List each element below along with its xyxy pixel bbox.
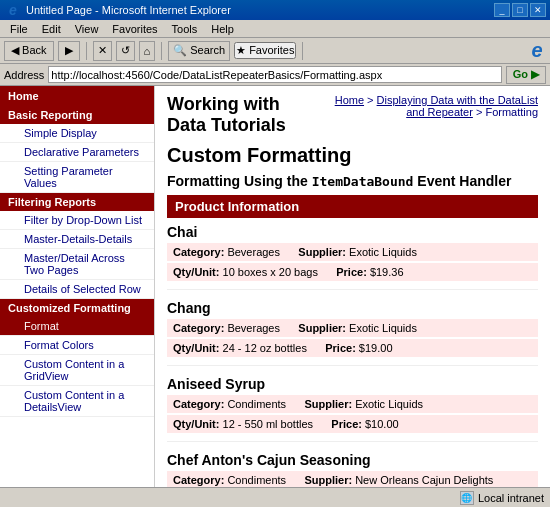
- search-button[interactable]: 🔍 Search: [168, 41, 230, 61]
- menu-help[interactable]: Help: [205, 22, 240, 36]
- product-item-chef-anton: Chef Anton's Cajun Seasoning Category: C…: [167, 452, 538, 487]
- content-area: Working with Data Tutorials Home > Displ…: [155, 86, 550, 487]
- product-header: Product Information: [167, 195, 538, 218]
- window-title: Untitled Page - Microsoft Internet Explo…: [26, 4, 231, 16]
- url-bar[interactable]: http://localhost:4560/Code/DataListRepea…: [48, 66, 501, 83]
- site-title: Working with Data Tutorials: [167, 94, 320, 136]
- product-name-aniseed-syrup: Aniseed Syrup: [167, 376, 538, 392]
- product-name-chai: Chai: [167, 224, 538, 240]
- home-button[interactable]: ⌂: [139, 41, 156, 61]
- sidebar-item-master-detail-pages[interactable]: Master/Detail Across Two Pages: [0, 249, 154, 280]
- supplier-label: Supplier:: [298, 246, 346, 258]
- menu-bar: File Edit View Favorites Tools Help: [0, 20, 550, 38]
- product-info-row-chef-anton-1: Category: Condiments Supplier: New Orlea…: [167, 471, 538, 487]
- forward-button[interactable]: ▶: [58, 41, 80, 61]
- page-title: Custom Formatting: [167, 144, 538, 167]
- product-item-aniseed-syrup: Aniseed Syrup Category: Condiments Suppl…: [167, 376, 538, 442]
- status-bar: 🌐 Local intranet: [0, 487, 550, 507]
- site-header: Working with Data Tutorials Home > Displ…: [167, 94, 538, 136]
- product-info-row-chai-1: Category: Beverages Supplier: Exotic Liq…: [167, 243, 538, 261]
- ie-icon: e: [4, 1, 22, 19]
- go-button[interactable]: Go ▶: [506, 66, 546, 84]
- category-label: Category:: [173, 246, 224, 258]
- qty-label: Qty/Unit:: [173, 266, 219, 278]
- menu-tools[interactable]: Tools: [166, 22, 204, 36]
- toolbar-separator-2: [161, 42, 162, 60]
- sidebar-header-filtering-reports: Filtering Reports: [0, 193, 154, 211]
- maximize-button[interactable]: □: [512, 3, 528, 17]
- sidebar-item-filter-dropdown[interactable]: Filter by Drop-Down List: [0, 211, 154, 230]
- close-button[interactable]: ✕: [530, 3, 546, 17]
- breadcrumb-home[interactable]: Home: [335, 94, 364, 106]
- breadcrumb-current: Formatting: [485, 106, 538, 118]
- menu-file[interactable]: File: [4, 22, 34, 36]
- menu-view[interactable]: View: [69, 22, 105, 36]
- url-text[interactable]: http://localhost:4560/Code/DataListRepea…: [51, 69, 382, 81]
- section-subtitle: Formatting Using the ItemDataBound Event…: [167, 173, 538, 189]
- sidebar-item-custom-content-detailsview[interactable]: Custom Content in a DetailsView: [0, 386, 154, 417]
- stop-button[interactable]: ✕: [93, 41, 112, 61]
- sidebar: Home Basic Reporting Simple Display Decl…: [0, 86, 155, 487]
- breadcrumb: Home > Displaying Data with the DataList…: [320, 94, 538, 118]
- sidebar-item-format-colors[interactable]: Format Colors: [0, 336, 154, 355]
- sidebar-header-customized-formatting: Customized Formatting: [0, 299, 154, 317]
- refresh-button[interactable]: ↺: [116, 41, 135, 61]
- price-label: Price:: [336, 266, 367, 278]
- sidebar-item-setting-parameter-values[interactable]: Setting Parameter Values: [0, 162, 154, 193]
- sidebar-item-master-details[interactable]: Master-Details-Details: [0, 230, 154, 249]
- product-info-row-aniseed-1: Category: Condiments Supplier: Exotic Li…: [167, 395, 538, 413]
- menu-edit[interactable]: Edit: [36, 22, 67, 36]
- product-item-chang: Chang Category: Beverages Supplier: Exot…: [167, 300, 538, 366]
- ie-logo-icon: e: [528, 42, 546, 60]
- toolbar-separator-3: [302, 42, 303, 60]
- toolbar: ◀ Back ▶ ✕ ↺ ⌂ 🔍 Search ★ Favorites e: [0, 38, 550, 64]
- product-info-row-chai-2: Qty/Unit: 10 boxes x 20 bags Price: $19.…: [167, 263, 538, 281]
- status-zone: 🌐 Local intranet: [460, 491, 544, 505]
- main-area: Home Basic Reporting Simple Display Decl…: [0, 86, 550, 487]
- product-name-chef-anton: Chef Anton's Cajun Seasoning: [167, 452, 538, 468]
- product-item-chai: Chai Category: Beverages Supplier: Exoti…: [167, 224, 538, 290]
- zone-icon: 🌐: [460, 491, 474, 505]
- back-button[interactable]: ◀ Back: [4, 41, 54, 61]
- product-info-row-chang-1: Category: Beverages Supplier: Exotic Liq…: [167, 319, 538, 337]
- favorites-button[interactable]: ★ Favorites: [234, 42, 296, 59]
- product-info-row-chang-2: Qty/Unit: 24 - 12 oz bottles Price: $19.…: [167, 339, 538, 357]
- sidebar-item-simple-display[interactable]: Simple Display: [0, 124, 154, 143]
- minimize-button[interactable]: _: [494, 3, 510, 17]
- sidebar-item-format[interactable]: Format: [0, 317, 154, 336]
- sidebar-item-custom-content-gridview[interactable]: Custom Content in a GridView: [0, 355, 154, 386]
- sidebar-header-basic-reporting: Basic Reporting: [0, 106, 154, 124]
- search-area: 🔍 Search: [168, 41, 230, 61]
- window-controls[interactable]: _ □ ✕: [494, 3, 546, 17]
- menu-favorites[interactable]: Favorites: [106, 22, 163, 36]
- zone-label: Local intranet: [478, 492, 544, 504]
- address-bar: Address http://localhost:4560/Code/DataL…: [0, 64, 550, 86]
- toolbar-separator-1: [86, 42, 87, 60]
- title-bar: e Untitled Page - Microsoft Internet Exp…: [0, 0, 550, 20]
- sidebar-item-details-selected-row[interactable]: Details of Selected Row: [0, 280, 154, 299]
- product-name-chang: Chang: [167, 300, 538, 316]
- sidebar-item-declarative-parameters[interactable]: Declarative Parameters: [0, 143, 154, 162]
- sidebar-home[interactable]: Home: [0, 86, 154, 106]
- address-label: Address: [4, 69, 44, 81]
- product-info-row-aniseed-2: Qty/Unit: 12 - 550 ml bottles Price: $10…: [167, 415, 538, 433]
